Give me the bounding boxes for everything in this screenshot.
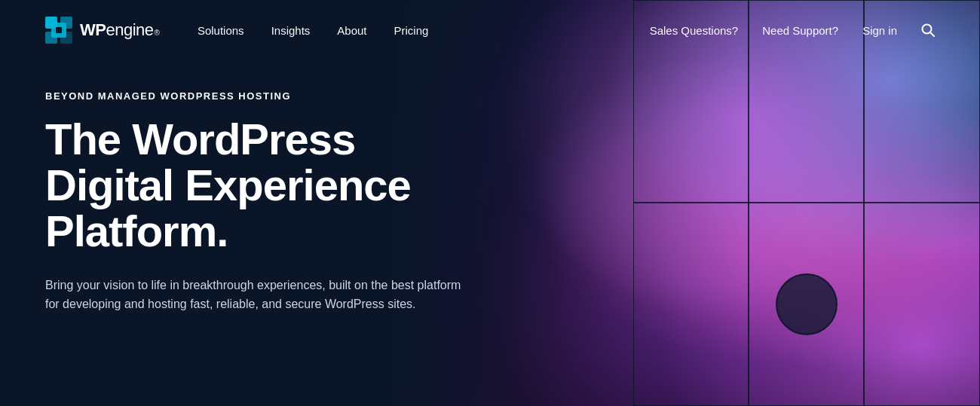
nav-support[interactable]: Need Support? bbox=[762, 24, 838, 37]
logo-text: WPengine® bbox=[80, 20, 160, 40]
hero-subtitle: BEYOND MANAGED WORDPRESS HOSTING bbox=[45, 90, 482, 102]
svg-rect-13 bbox=[56, 27, 62, 33]
nav-about[interactable]: About bbox=[337, 24, 366, 37]
svg-line-15 bbox=[930, 32, 934, 36]
search-icon[interactable] bbox=[921, 23, 935, 37]
hero-content: BEYOND MANAGED WORDPRESS HOSTING The Wor… bbox=[0, 60, 528, 314]
logo-trademark: ® bbox=[155, 29, 160, 37]
logo[interactable]: WPengine® bbox=[45, 17, 160, 44]
hero-title: The WordPress Digital Experience Platfor… bbox=[45, 117, 482, 255]
navbar: WPengine® Solutions Insights About Prici… bbox=[0, 0, 980, 60]
page-wrapper: WPengine® Solutions Insights About Prici… bbox=[0, 0, 980, 406]
nav-right: Sales Questions? Need Support? Sign in bbox=[650, 23, 935, 37]
logo-icon bbox=[45, 17, 72, 44]
logo-wp: WP bbox=[80, 20, 106, 40]
nav-links: Solutions Insights About Pricing bbox=[198, 24, 650, 37]
nav-insights[interactable]: Insights bbox=[271, 24, 311, 37]
logo-engine: engine bbox=[106, 20, 153, 40]
hero-description: Bring your vision to life in breakthroug… bbox=[45, 276, 467, 314]
nav-sales[interactable]: Sales Questions? bbox=[650, 24, 739, 37]
nav-solutions[interactable]: Solutions bbox=[198, 24, 244, 37]
nav-signin[interactable]: Sign in bbox=[862, 24, 897, 37]
nav-pricing[interactable]: Pricing bbox=[394, 24, 429, 37]
